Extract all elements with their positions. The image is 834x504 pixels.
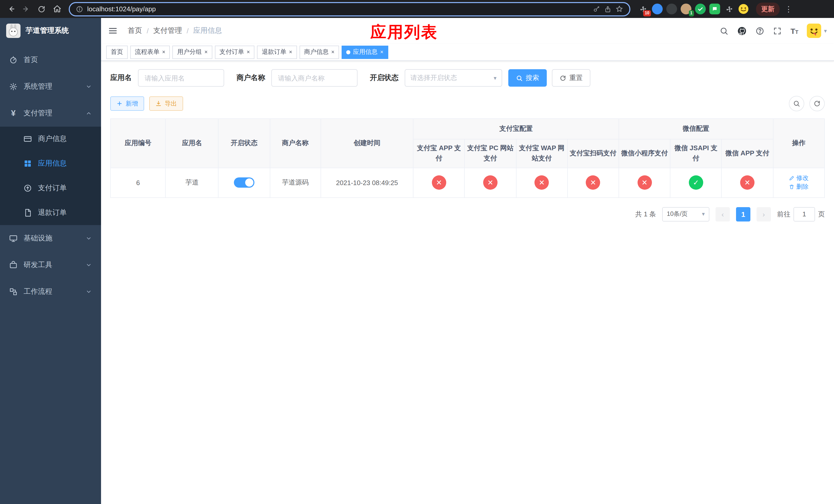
sidebar-item-infra[interactable]: 基础设施: [0, 225, 101, 252]
add-button[interactable]: 新增: [110, 96, 144, 111]
extension-puzzle2-icon[interactable]: [724, 4, 734, 14]
tab-merchant-info[interactable]: 商户信息×: [300, 45, 339, 59]
profile-avatar-icon[interactable]: [738, 4, 749, 14]
close-icon[interactable]: ×: [247, 49, 250, 55]
sidebar: 芋道管理系统 首页 系统管理 ¥ 支付管理: [0, 18, 101, 504]
sidebar-item-home[interactable]: 首页: [0, 47, 101, 73]
caret-down-icon: ▾: [824, 27, 827, 34]
extension-avatar-icon[interactable]: 1: [681, 4, 692, 14]
share-icon[interactable]: [604, 5, 611, 13]
credit-card-icon: [24, 135, 32, 143]
tab-home[interactable]: 首页: [106, 45, 128, 59]
sidebar-item-label: 支付订单: [38, 184, 92, 193]
tab-pay-order[interactable]: 支付订单×: [215, 45, 255, 59]
document-icon: [24, 209, 32, 217]
tab-refund-order[interactable]: 退款订单×: [257, 45, 297, 59]
page-size-select[interactable]: 10条/页 ▾: [662, 207, 709, 222]
close-icon[interactable]: ×: [331, 49, 335, 55]
search-form: 应用名 商户名称 开启状态 请选择开启状态 ▾ 搜索 重置: [110, 69, 825, 87]
back-icon[interactable]: [4, 2, 18, 16]
status-label: 开启状态: [370, 73, 398, 83]
page-number-1[interactable]: 1: [736, 207, 750, 222]
site-info-icon[interactable]: [76, 5, 83, 13]
url-text[interactable]: localhost:1024/pay/app: [87, 5, 156, 13]
close-icon[interactable]: ×: [289, 49, 292, 55]
sidebar-item-devtools[interactable]: 研发工具: [0, 252, 101, 278]
tab-process-form[interactable]: 流程表单×: [130, 45, 170, 59]
bookmark-star-icon[interactable]: [615, 5, 623, 13]
payment-submenu: 商户信息 应用信息 支付订单 退款订单: [0, 127, 101, 225]
chevron-down-icon: [86, 84, 92, 90]
sidebar-item-label: 退款订单: [38, 208, 92, 217]
app-name-input[interactable]: [138, 69, 224, 87]
wx-jsapi-status-icon: ✓: [689, 176, 703, 190]
reset-button[interactable]: 重置: [552, 69, 590, 87]
breadcrumb-current: 应用信息: [193, 26, 222, 36]
font-size-icon[interactable]: TT: [790, 26, 798, 35]
search-icon: [793, 100, 800, 107]
next-page-button[interactable]: ›: [756, 207, 771, 222]
chevron-down-icon: [86, 235, 92, 242]
github-icon[interactable]: [737, 26, 747, 36]
address-bar[interactable]: localhost:1024/pay/app: [69, 2, 630, 16]
col-header-alipay-wap: 支付宝 WAP 网站支付: [516, 139, 567, 168]
chevron-down-icon: [86, 289, 92, 295]
extension-blue-icon[interactable]: [652, 4, 663, 14]
extension-puzzle-icon[interactable]: 10: [638, 4, 648, 14]
close-icon[interactable]: ×: [204, 49, 208, 55]
sidebar-item-merchant-info[interactable]: 商户信息: [0, 127, 101, 151]
sidebar-item-pay-order[interactable]: 支付订单: [0, 176, 101, 201]
sidebar-toggle-icon[interactable]: [108, 26, 117, 36]
sidebar-item-app-info[interactable]: 应用信息: [0, 151, 101, 176]
sidebar-item-refund-order[interactable]: 退款订单: [0, 201, 101, 225]
search-button[interactable]: 搜索: [508, 69, 547, 87]
col-header-wx-jsapi: 微信 JSAPI 支付: [670, 139, 721, 168]
delete-link[interactable]: 删除: [789, 183, 809, 191]
password-key-icon[interactable]: [593, 5, 600, 13]
annotation-title: 应用列表: [370, 22, 438, 43]
tab-app-info[interactable]: 应用信息×: [342, 45, 388, 59]
extension-chat-icon[interactable]: [709, 4, 720, 14]
edit-link[interactable]: 修改: [789, 174, 809, 183]
close-icon[interactable]: ×: [380, 49, 383, 55]
reload-icon[interactable]: [35, 2, 48, 16]
fullscreen-icon[interactable]: [773, 26, 782, 35]
breadcrumb-item[interactable]: 首页: [128, 26, 142, 36]
wx-app-status-icon: ✕: [740, 176, 754, 190]
cell-merchant: 芋道源码: [270, 168, 321, 198]
forward-icon[interactable]: [20, 2, 33, 16]
extensions-row: 10 1: [638, 4, 749, 14]
chrome-update-button[interactable]: 更新: [756, 2, 780, 16]
pagination: 共 1 条 10条/页 ▾ ‹ 1 › 前往 页: [110, 207, 825, 222]
user-avatar[interactable]: ▾: [807, 24, 827, 38]
status-toggle[interactable]: [234, 178, 255, 188]
status-select[interactable]: 请选择开启状态 ▾: [405, 69, 502, 87]
search-icon[interactable]: [720, 26, 728, 35]
alipay-app-status-icon: ✕: [432, 176, 446, 190]
close-icon[interactable]: ×: [162, 49, 166, 55]
workflow-icon: [9, 288, 18, 296]
sidebar-item-label: 商户信息: [38, 134, 92, 143]
refresh-table-button[interactable]: [809, 96, 825, 111]
sidebar-item-label: 基础设施: [24, 234, 80, 243]
goto-page-input[interactable]: [793, 207, 815, 222]
sidebar-item-system[interactable]: 系统管理: [0, 73, 101, 100]
prev-page-button[interactable]: ‹: [716, 207, 730, 222]
cell-status: [219, 168, 270, 198]
export-button[interactable]: 导出: [149, 96, 183, 111]
toggle-search-button[interactable]: [789, 96, 804, 111]
sidebar-item-payment[interactable]: ¥ 支付管理: [0, 100, 101, 127]
home-icon[interactable]: [50, 2, 64, 16]
extension-check-icon[interactable]: [695, 4, 706, 14]
extension-dark-icon[interactable]: [666, 4, 677, 14]
sidebar-item-label: 工作流程: [24, 287, 80, 296]
col-header-wx-mini: 微信小程序支付: [619, 139, 670, 168]
browser-menu-icon[interactable]: ⋮: [782, 4, 795, 14]
sidebar-item-workflow[interactable]: 工作流程: [0, 278, 101, 305]
table-row: 6 芋道 芋道源码 2021-10-23 08:49:25 ✕ ✕ ✕ ✕ ✕ …: [111, 168, 825, 198]
tab-user-group[interactable]: 用户分组×: [173, 45, 212, 59]
breadcrumb-item[interactable]: 支付管理: [153, 26, 182, 36]
merchant-name-input[interactable]: [271, 69, 357, 87]
help-icon[interactable]: [755, 26, 764, 35]
tags-view-bar: 首页 流程表单× 用户分组× 支付订单× 退款订单× 商户信息× 应用信息×: [101, 44, 834, 61]
